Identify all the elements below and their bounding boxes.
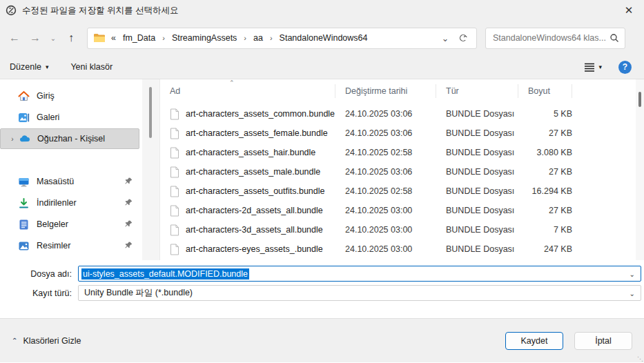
chevron-down-icon: ▾ (46, 63, 49, 70)
sidebar-item-onedrive-personal[interactable]: › Oğuzhan - Kişisel (0, 128, 139, 149)
breadcrumb-segment-standalonewindows64[interactable]: StandaloneWindows64 (278, 33, 369, 43)
close-button[interactable]: ✕ (614, 0, 644, 21)
file-name: art-characters_assets_hair.bundle (186, 148, 315, 157)
sort-ascending-icon: ⌃ (229, 79, 235, 86)
file-type: BUNDLE Dosyası (436, 244, 518, 254)
command-toolbar: Düzenle ▾ Yeni klasör ▾ ? (0, 55, 644, 79)
pin-icon (124, 242, 133, 250)
file-list-scrollbar-thumb[interactable] (638, 92, 641, 107)
file-size: 27 KB (518, 128, 572, 138)
pin-icon (124, 220, 133, 228)
file-size: 27 KB (518, 167, 572, 177)
file-date: 24.10.2025 03:00 (335, 206, 436, 215)
chevron-down-icon[interactable]: ⌄ (630, 289, 635, 297)
address-bar[interactable]: « fm_Data › StreamingAssets › aa › Stand… (87, 28, 477, 49)
forward-button[interactable]: → (25, 28, 46, 48)
sidebar-item-desktop[interactable]: Masaüstü (0, 171, 139, 192)
filetype-select[interactable]: Unity Bundle 파일 (*.bundle) ⌄ (78, 285, 641, 301)
sidebar-item-documents[interactable]: Belgeler (0, 214, 139, 235)
file-row[interactable]: art-characters_assets_male.bundle 24.10.… (160, 162, 644, 182)
breadcrumb-separator: › (157, 34, 170, 42)
breadcrumb-segment-streamingassets[interactable]: StreamingAssets (170, 33, 238, 43)
file-list: ⌃ Ad Değiştirme tarihi Tür Boyut art-cha… (160, 79, 644, 260)
sidebar-item-gallery[interactable]: Galeri (0, 107, 139, 128)
file-size: 27 KB (518, 206, 572, 215)
hide-folders-label: Klasörleri Gizle (23, 336, 81, 346)
breadcrumb-overflow[interactable]: « (111, 33, 116, 43)
sidebar-item-pictures[interactable]: Resimler (0, 235, 139, 256)
window-title: 수정된 파일을 저장할 위치를 선택하세요 (22, 5, 614, 17)
file-size: 7 KB (518, 225, 572, 235)
view-options-button[interactable]: ▾ (584, 62, 602, 72)
file-date: 24.10.2025 03:06 (335, 167, 436, 177)
file-icon (170, 147, 179, 159)
file-icon (170, 205, 179, 217)
list-view-icon (584, 62, 595, 72)
sidebar-scrollbar-thumb[interactable] (149, 87, 152, 138)
file-row[interactable]: art-characters_assets_outfits.bundle 24.… (160, 182, 644, 201)
chevron-down-icon[interactable]: ⌄ (630, 270, 635, 277)
filename-input[interactable]: ui-styles_assets_default.MODIFIED.bundle… (78, 266, 641, 282)
file-row[interactable]: art-characters-2d_assets_all.bundle 24.1… (160, 201, 644, 220)
address-dropdown-button[interactable]: ⌄ (436, 29, 454, 47)
file-name: art-characters-2d_assets_all.bundle (186, 206, 323, 215)
file-name: art-characters-eyes_assets_.bundle (186, 244, 323, 254)
folder-icon (93, 33, 106, 43)
organize-label: Düzenle (10, 62, 41, 72)
gallery-icon (18, 112, 30, 124)
breadcrumb-segment-aa[interactable]: aa (252, 33, 264, 43)
sidebar-item-downloads[interactable]: İndirilenler (0, 193, 139, 213)
file-rows: art-characters_assets_common.bundle 24.1… (160, 104, 644, 259)
recent-locations-button[interactable]: ⌄ (46, 28, 61, 48)
sidebar-item-label: Resimler (37, 241, 124, 251)
column-header-size[interactable]: Boyut (518, 84, 572, 98)
pin-icon (124, 177, 133, 186)
file-row[interactable]: art-characters-eyes_assets_.bundle 24.10… (160, 239, 644, 259)
pin-icon (124, 199, 133, 207)
file-type: BUNDLE Dosyası (436, 186, 518, 196)
filename-selected-text: ui-styles_assets_default.MODIFIED.bundle (81, 268, 249, 279)
sidebar-item-label: Giriş (37, 91, 139, 101)
cancel-button[interactable]: İptal (574, 332, 632, 350)
column-header-date[interactable]: Değiştirme tarihi (335, 84, 436, 98)
filetype-label: Kayıt türü: (0, 288, 78, 298)
expand-chevron-icon[interactable]: › (6, 135, 19, 143)
search-box[interactable]: StandaloneWindows64 klas... (485, 28, 625, 49)
back-button[interactable]: ← (4, 28, 25, 48)
file-icon (170, 166, 179, 178)
file-row[interactable]: art-characters_assets_common.bundle 24.1… (160, 104, 644, 124)
hide-folders-button[interactable]: ⌃ Klasörleri Gizle (12, 336, 81, 346)
up-button[interactable]: ↑ (61, 28, 81, 48)
file-row[interactable]: art-characters_assets_female.bundle 24.1… (160, 124, 644, 143)
file-icon (170, 186, 179, 197)
refresh-button[interactable] (454, 29, 472, 47)
sidebar-scrollbar[interactable] (142, 79, 160, 260)
file-date: 24.10.2025 03:00 (335, 225, 436, 235)
new-folder-button[interactable]: Yeni klasör (70, 62, 113, 72)
sidebar-item-label: Belgeler (37, 219, 124, 229)
file-size: 3.080 KB (518, 148, 572, 157)
file-date: 24.10.2025 03:06 (335, 109, 436, 119)
desktop-icon (18, 176, 30, 188)
file-size: 5 KB (518, 109, 572, 119)
downloads-icon (18, 197, 30, 209)
save-button[interactable]: Kaydet (505, 332, 563, 350)
navigation-pane: Giriş Galeri › Oğuzhan - Kişisel (0, 79, 142, 260)
file-row[interactable]: art-characters-3d_assets_all.bundle 24.1… (160, 220, 644, 239)
organize-menu-button[interactable]: Düzenle ▾ (10, 62, 48, 72)
column-header-name[interactable]: Ad (160, 84, 335, 98)
file-name: art-characters_assets_common.bundle (186, 109, 335, 119)
breadcrumb-segment-fm-data[interactable]: fm_Data (121, 33, 157, 43)
help-button[interactable]: ? (618, 61, 632, 74)
sidebar-item-home[interactable]: Giriş (0, 86, 139, 106)
column-header-type[interactable]: Tür (436, 84, 518, 98)
file-type: BUNDLE Dosyası (436, 148, 518, 157)
file-icon (170, 128, 179, 139)
new-folder-label: Yeni klasör (70, 62, 113, 72)
file-list-scrollbar[interactable] (636, 79, 644, 260)
documents-icon (18, 219, 30, 230)
search-input[interactable]: StandaloneWindows64 klas... (493, 33, 609, 43)
file-row[interactable]: art-characters_assets_hair.bundle 24.10.… (160, 143, 644, 162)
file-size: 247 KB (518, 244, 572, 254)
resize-grip[interactable]: ⋱ (637, 355, 643, 362)
